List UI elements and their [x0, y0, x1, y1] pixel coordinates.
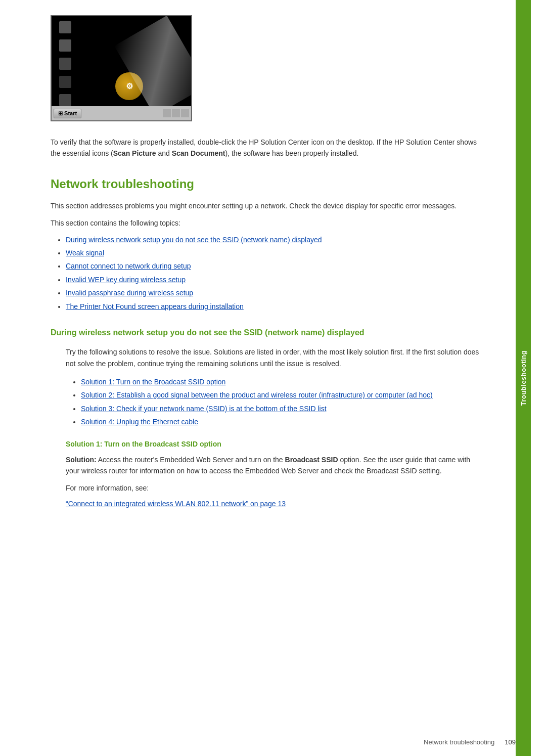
desktop-icons	[59, 21, 71, 106]
list-item: Weak signal	[66, 247, 485, 258]
broadcast-ssid-bold: Broadcast SSID	[285, 456, 338, 464]
topic-link-ssid[interactable]: During wireless network setup you do not…	[66, 236, 322, 244]
page-number: 109	[505, 738, 516, 746]
list-item: Solution 2: Establish a good signal betw…	[81, 389, 485, 401]
solution-text-1: Access the router's Embedded Web Server …	[97, 456, 285, 464]
topics-intro: This section contains the following topi…	[51, 217, 485, 229]
start-button: ⊞ Start	[54, 109, 81, 118]
footer-section-name: Network troubleshooting	[424, 738, 494, 746]
network-troubleshooting-title: Network troubleshooting	[51, 177, 485, 191]
list-item: Solution 1: Turn on the Broadcast SSID o…	[81, 376, 485, 387]
intro-paragraph: To verify that the software is properly …	[51, 137, 485, 159]
solution-link-1[interactable]: Solution 1: Turn on the Broadcast SSID o…	[81, 378, 225, 386]
topic-link-cannot-connect[interactable]: Cannot connect to network during setup	[66, 262, 191, 270]
solution-1-body: Solution: Access the router's Embedded W…	[66, 454, 485, 477]
solution-link-4[interactable]: Solution 4: Unplug the Ethernet cable	[81, 418, 198, 426]
for-more-text: For more information, see:	[66, 482, 485, 494]
desktop-icon-2	[59, 39, 71, 52]
wlan-link[interactable]: “Connect to an integrated wireless WLAN …	[66, 500, 286, 508]
taskbar: ⊞ Start	[52, 106, 191, 120]
solution-list: Solution 1: Turn on the Broadcast SSID o…	[81, 376, 485, 428]
desktop-icon-5	[59, 94, 71, 106]
intro-text-middle: and	[156, 149, 172, 157]
page-footer: Network troubleshooting 109	[0, 738, 546, 746]
intro-text-end: ), the software has been properly instal…	[225, 149, 359, 157]
topic-link-weak-signal[interactable]: Weak signal	[66, 249, 104, 257]
topic-link-invalid-passphrase[interactable]: Invalid passphrase during wireless setup	[66, 289, 193, 297]
scan-picture-bold: Scan Picture	[113, 149, 156, 157]
desktop-icon-1	[59, 21, 71, 33]
taskbar-icons	[163, 109, 189, 117]
topic-list: During wireless network setup you do not…	[66, 234, 485, 312]
list-item: Invalid WEP key during wireless setup	[66, 274, 485, 285]
solution-label: Solution:	[66, 456, 97, 464]
desktop-icon-3	[59, 58, 71, 70]
solution-1-title: Solution 1: Turn on the Broadcast SSID o…	[66, 440, 485, 448]
screenshot-container: ⚙ ⊞ Start	[51, 15, 485, 121]
list-item: Invalid passphrase during wireless setup	[66, 287, 485, 298]
list-item: Cannot connect to network during setup	[66, 260, 485, 272]
troubleshooting-tab: Troubleshooting	[516, 0, 531, 756]
desktop-icon-4	[59, 76, 71, 88]
ssid-subsection-title: During wireless network setup you do not…	[51, 327, 485, 338]
side-tab-label: Troubleshooting	[520, 350, 527, 406]
list-item: The Printer Not Found screen appears dur…	[66, 301, 485, 312]
solution-link-2[interactable]: Solution 2: Establish a good signal betw…	[81, 391, 433, 399]
list-item: During wireless network setup you do not…	[66, 234, 485, 245]
solution-link-3[interactable]: Solution 3: Check if your network name (…	[81, 405, 327, 413]
topic-link-printer-not-found[interactable]: The Printer Not Found screen appears dur…	[66, 302, 244, 310]
topic-link-invalid-wep[interactable]: Invalid WEP key during wireless setup	[66, 276, 186, 284]
footer-link-container: “Connect to an integrated wireless WLAN …	[66, 498, 485, 509]
list-item: Solution 4: Unplug the Ethernet cable	[81, 416, 485, 427]
section-intro-1: This section addresses problems you migh…	[51, 200, 485, 211]
hp-solution-center-icon: ⚙	[115, 72, 146, 103]
scan-document-bold: Scan Document	[172, 149, 225, 157]
ssid-intro: Try the following solutions to resolve t…	[66, 346, 485, 369]
list-item: Solution 3: Check if your network name (…	[81, 403, 485, 414]
screenshot-image: ⚙ ⊞ Start	[51, 15, 192, 121]
